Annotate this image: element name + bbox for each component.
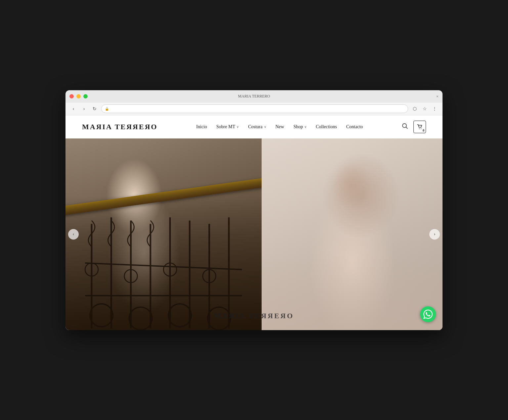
browser-window: MARIA TERRERO × ‹ › ↻ 🔒 ⬡ ☆ ⋮ MAЯIA TEЯЯ… xyxy=(65,90,443,330)
svg-point-19 xyxy=(129,307,152,330)
svg-point-3 xyxy=(421,128,421,129)
browser-titlebar: MARIA TERRERO × xyxy=(65,90,443,103)
site-header: MAЯIA TEЯЯEЯO Inicio Sobre MT ∨ Costura … xyxy=(65,115,443,138)
hero-image-right: › xyxy=(262,138,443,330)
minimize-button[interactable] xyxy=(76,94,81,98)
refresh-button[interactable]: ↻ xyxy=(91,105,99,113)
slider-next-button[interactable]: › xyxy=(429,229,440,240)
maximize-button[interactable] xyxy=(83,94,88,98)
site-logo[interactable]: MAЯIA TEЯЯEЯO xyxy=(82,123,158,131)
nav-contacto[interactable]: Contacto xyxy=(346,124,363,130)
more-menu-button[interactable]: ⋮ xyxy=(431,105,439,113)
lock-icon: 🔒 xyxy=(105,107,109,111)
whatsapp-button[interactable] xyxy=(420,306,436,322)
close-button[interactable] xyxy=(69,94,74,98)
nav-sobre-mt[interactable]: Sobre MT ∨ xyxy=(216,124,239,130)
cart-count: 0 xyxy=(423,129,424,132)
hero-image-left: ‹ xyxy=(65,138,262,330)
address-bar[interactable]: 🔒 xyxy=(101,104,408,113)
nav-costura[interactable]: Costura ∨ xyxy=(248,124,266,130)
hero-watermark: MAЯIA TEЯЯEЯO xyxy=(214,312,294,320)
svg-point-2 xyxy=(419,128,420,129)
toolbar-right: ⬡ ☆ ⋮ xyxy=(411,105,439,113)
svg-line-1 xyxy=(406,127,407,129)
costura-chevron: ∨ xyxy=(264,125,266,129)
slider-prev-button[interactable]: ‹ xyxy=(68,229,79,240)
iron-railing xyxy=(65,196,262,330)
site-nav: Inicio Sobre MT ∨ Costura ∨ New Shop ∨ C… xyxy=(196,124,363,130)
shop-chevron: ∨ xyxy=(304,125,307,129)
forward-button[interactable]: › xyxy=(80,105,88,113)
bookmark-button[interactable]: ☆ xyxy=(421,105,429,113)
extensions-button[interactable]: ⬡ xyxy=(411,105,419,113)
browser-toolbar: ‹ › ↻ 🔒 ⬡ ☆ ⋮ xyxy=(65,103,443,115)
svg-point-18 xyxy=(90,304,113,326)
hero-slider: ‹ › MAЯIA TEЯЯEЯO xyxy=(65,138,443,330)
cart-button[interactable]: 0 xyxy=(413,121,426,133)
nav-collections[interactable]: Collections xyxy=(316,124,337,130)
nav-inicio[interactable]: Inicio xyxy=(196,124,207,130)
back-button[interactable]: ‹ xyxy=(69,105,77,113)
website-content: MAЯIA TEЯЯEЯO Inicio Sobre MT ∨ Costura … xyxy=(65,115,443,330)
nav-new[interactable]: New xyxy=(275,124,284,130)
header-actions: 0 xyxy=(402,121,426,133)
search-button[interactable] xyxy=(402,123,408,131)
sobre-mt-chevron: ∨ xyxy=(236,125,239,129)
tab-title: MARIA TERRERO xyxy=(238,94,270,99)
tab-close-button[interactable]: × xyxy=(436,94,439,99)
nav-shop[interactable]: Shop ∨ xyxy=(293,124,307,130)
svg-point-20 xyxy=(168,304,191,326)
